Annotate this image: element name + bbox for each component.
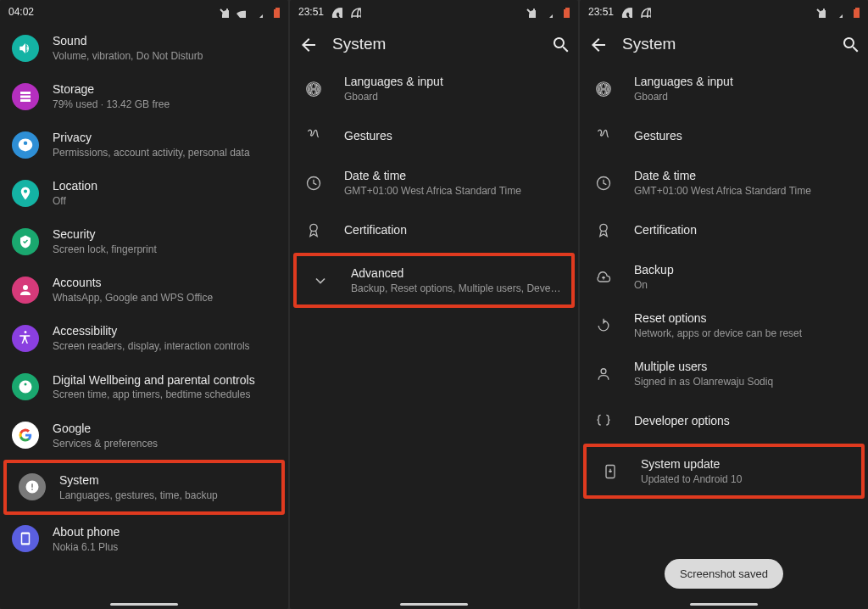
back-icon[interactable]	[588, 35, 607, 53]
item-subtitle: Updated to Android 10	[641, 472, 851, 486]
item-subtitle: Screen readers, display, interaction con…	[53, 339, 278, 353]
clock-text: 04:02	[8, 6, 34, 18]
settings-item-privacy[interactable]: PrivacyPermissions, account activity, pe…	[0, 120, 288, 169]
item-subtitle: Nokia 6.1 Plus	[53, 540, 278, 554]
accessibility-icon	[12, 325, 39, 352]
item-title: Reset options	[634, 310, 858, 327]
system-icon	[19, 473, 46, 500]
system-item-datetime[interactable]: Date & timeGMT+01:00 West Africa Standar…	[580, 159, 868, 207]
item-title: Developer options	[634, 413, 858, 429]
system-item-reset[interactable]: Reset optionsNetwork, apps or device can…	[580, 301, 868, 349]
system-item-backup[interactable]: BackupOn	[580, 253, 868, 301]
storage-icon	[12, 83, 39, 110]
item-title: Accounts	[53, 275, 278, 291]
badge-icon	[302, 216, 326, 243]
about-icon	[12, 525, 39, 552]
settings-list[interactable]: SoundVolume, vibration, Do Not DisturbSt…	[0, 24, 288, 609]
globe-icon	[592, 75, 615, 103]
app-bar: System	[290, 24, 578, 64]
system-item-devopt[interactable]: Developer options	[580, 398, 868, 444]
location-icon	[12, 180, 39, 207]
sound-icon	[12, 35, 39, 62]
nav-handle[interactable]	[400, 603, 468, 606]
system-list[interactable]: Languages & inputGboardGesturesDate & ti…	[290, 64, 578, 609]
system-item-langinput[interactable]: Languages & inputGboard	[580, 64, 868, 113]
system-item-certification[interactable]: Certification	[580, 207, 868, 253]
nav-handle[interactable]	[110, 603, 178, 606]
status-bar: 23:51	[580, 0, 868, 24]
system-item-certification[interactable]: Certification	[290, 207, 578, 253]
item-title: Languages & input	[344, 74, 568, 90]
page-title: System	[622, 35, 826, 53]
system-item-multuser[interactable]: Multiple usersSigned in as Olanrewaju So…	[580, 349, 868, 398]
system-item-langinput[interactable]: Languages & inputGboard	[290, 64, 578, 113]
toast-screenshot-saved: Screenshot saved	[665, 559, 783, 589]
item-subtitle: 79% used · 13.42 GB free	[53, 98, 278, 111]
whatsapp-icon	[620, 6, 632, 18]
settings-item-google[interactable]: GoogleServices & preferences	[0, 411, 288, 460]
dnd-icon	[814, 6, 826, 18]
clock-text: 23:51	[298, 6, 324, 18]
item-title: Multiple users	[634, 359, 858, 375]
status-bar: 23:51	[290, 0, 578, 24]
item-subtitle: Network, apps or device can be reset	[634, 327, 858, 340]
settings-item-about[interactable]: About phoneNokia 6.1 Plus	[0, 515, 288, 563]
back-icon[interactable]	[298, 35, 317, 53]
settings-item-sound[interactable]: SoundVolume, vibration, Do Not Disturb	[0, 24, 288, 72]
browser-icon	[639, 6, 651, 18]
item-subtitle: Gboard	[344, 90, 568, 103]
gesture-icon	[592, 122, 615, 149]
dnd-icon	[524, 6, 536, 18]
search-icon[interactable]	[551, 35, 570, 53]
settings-item-location[interactable]: LocationOff	[0, 169, 288, 217]
item-title: Gestures	[344, 128, 568, 144]
item-title: Accessibility	[53, 323, 278, 339]
item-title: Storage	[53, 81, 278, 98]
settings-item-storage[interactable]: Storage79% used · 13.42 GB free	[0, 72, 288, 120]
search-icon[interactable]	[841, 35, 860, 53]
item-title: Google	[53, 421, 278, 437]
security-icon	[12, 228, 39, 255]
pane-system-expanded: 23:51 System Languages & inputGboardGest…	[580, 0, 868, 609]
item-subtitle: Screen time, app timers, bedtime schedul…	[53, 388, 278, 401]
status-bar: 04:02	[0, 0, 288, 24]
system-list[interactable]: Languages & inputGboardGesturesDate & ti…	[580, 64, 868, 609]
nav-handle[interactable]	[690, 603, 758, 606]
globe-icon	[302, 75, 326, 103]
system-item-gestures[interactable]: Gestures	[580, 113, 868, 159]
item-title: System update	[641, 456, 851, 472]
item-subtitle: On	[634, 278, 858, 292]
system-item-gestures[interactable]: Gestures	[290, 113, 578, 159]
page-title: System	[332, 35, 536, 53]
pane-system: 23:51 System Languages & inputGboardGest…	[290, 0, 578, 609]
item-subtitle: Languages, gestures, time, backup	[59, 489, 271, 502]
battery-icon	[268, 6, 280, 18]
item-subtitle: Off	[53, 194, 278, 208]
chevdown-icon	[309, 267, 332, 294]
item-subtitle: Volume, vibration, Do Not Disturb	[53, 49, 278, 63]
item-title: About phone	[53, 524, 278, 540]
system-item-advanced[interactable]: AdvancedBackup, Reset options, Multiple …	[293, 253, 575, 308]
item-title: Certification	[634, 222, 858, 238]
item-title: Advanced	[351, 265, 561, 282]
system-item-sysupdate[interactable]: System updateUpdated to Android 10	[583, 444, 865, 499]
pane-settings: 04:02 SoundVolume, vibration, Do Not Dis…	[0, 0, 288, 609]
item-subtitle: WhatsApp, Google and WPS Office	[53, 291, 278, 304]
privacy-icon	[12, 131, 39, 159]
settings-item-security[interactable]: SecurityScreen lock, fingerprint	[0, 217, 288, 265]
app-bar: System	[580, 24, 868, 64]
braces-icon	[592, 407, 615, 434]
reset-icon	[592, 312, 615, 339]
item-subtitle: Services & preferences	[53, 437, 278, 450]
cloud-icon	[592, 264, 615, 291]
settings-item-wellbeing[interactable]: Digital Wellbeing and parental controlsS…	[0, 363, 288, 411]
item-subtitle: Signed in as Olanrewaju Sodiq	[634, 375, 858, 388]
battery-icon	[558, 6, 570, 18]
google-icon	[12, 422, 39, 449]
item-title: Date & time	[344, 168, 568, 184]
system-item-datetime[interactable]: Date & timeGMT+01:00 West Africa Standar…	[290, 159, 578, 207]
item-title: Privacy	[53, 130, 278, 146]
settings-item-accessibility[interactable]: AccessibilityScreen readers, display, in…	[0, 314, 288, 362]
settings-item-system[interactable]: SystemLanguages, gestures, time, backup	[3, 460, 285, 515]
settings-item-accounts[interactable]: AccountsWhatsApp, Google and WPS Office	[0, 265, 288, 314]
